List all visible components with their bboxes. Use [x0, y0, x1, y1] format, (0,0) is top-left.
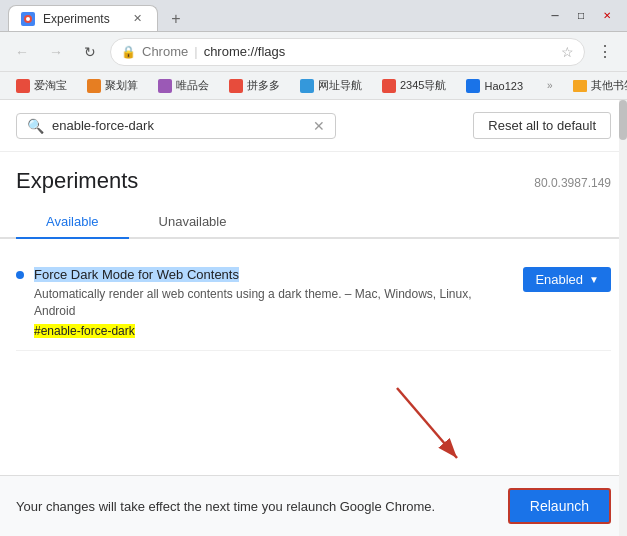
svg-point-1 — [26, 17, 30, 21]
window-controls: ─ □ ✕ — [543, 6, 619, 26]
red-arrow-indicator — [367, 368, 487, 488]
flag-control: Enabled ▼ — [523, 267, 611, 292]
search-bar[interactable]: 🔍 enable-force-dark ✕ — [16, 113, 336, 139]
bookmark-icon-hao123 — [466, 79, 480, 93]
bookmark-other[interactable]: 其他书签 — [565, 76, 627, 95]
toolbar-actions: ⋮ — [591, 38, 619, 66]
svg-line-3 — [397, 388, 457, 458]
search-bar-row: 🔍 enable-force-dark ✕ Reset all to defau… — [0, 100, 627, 152]
tabs-area: Available Unavailable — [0, 206, 627, 239]
flag-status-arrow: ▼ — [589, 274, 599, 285]
experiments-header: Experiments 80.0.3987.149 — [0, 152, 627, 194]
relaunch-bar: Your changes will take effect the next t… — [0, 475, 627, 536]
bookmark-label-aitaobao: 爱淘宝 — [34, 78, 67, 93]
search-icon: 🔍 — [27, 118, 44, 134]
tab-area: Experiments ✕ + — [8, 0, 190, 31]
address-bar[interactable]: 🔒 Chrome | chrome://flags ☆ — [110, 38, 585, 66]
minimize-button[interactable]: ─ — [543, 6, 567, 26]
flag-list: Force Dark Mode for Web Contents Automat… — [0, 239, 627, 367]
toolbar: ← → ↻ 🔒 Chrome | chrome://flags ☆ ⋮ — [0, 32, 627, 72]
tab-favicon — [21, 12, 35, 26]
bookmark-icon-navsite — [300, 79, 314, 93]
bookmark-label-pinduoduo: 拼多多 — [247, 78, 280, 93]
bookmark-navsite[interactable]: 网址导航 — [292, 76, 370, 95]
bookmark-aitaobao[interactable]: 爱淘宝 — [8, 76, 75, 95]
title-bar: Experiments ✕ + ─ □ ✕ — [0, 0, 627, 32]
bookmark-icon-2345 — [382, 79, 396, 93]
bookmark-icon-aitaobao — [16, 79, 30, 93]
bookmark-label-hao123: Hao123 — [484, 80, 523, 92]
scrollbar[interactable] — [619, 100, 627, 536]
address-site: Chrome — [142, 44, 188, 59]
forward-button[interactable]: → — [42, 38, 70, 66]
bookmark-hao123[interactable]: Hao123 — [458, 77, 531, 95]
address-separator: | — [194, 44, 197, 59]
bookmark-more-arrows: » — [547, 80, 553, 91]
flag-status-label: Enabled — [535, 272, 583, 287]
flag-name[interactable]: Force Dark Mode for Web Contents — [34, 267, 239, 282]
reset-all-button[interactable]: Reset all to default — [473, 112, 611, 139]
active-tab[interactable]: Experiments ✕ — [8, 5, 158, 31]
flag-item-force-dark: Force Dark Mode for Web Contents Automat… — [16, 255, 611, 351]
back-button[interactable]: ← — [8, 38, 36, 66]
bookmark-icon-pinduoduo — [229, 79, 243, 93]
flag-bullet — [16, 271, 24, 279]
bookmark-icon-vipshop — [158, 79, 172, 93]
version-text: 80.0.3987.149 — [534, 176, 611, 190]
tab-available[interactable]: Available — [16, 206, 129, 239]
maximize-button[interactable]: □ — [569, 6, 593, 26]
bookmark-pinduoduo[interactable]: 拼多多 — [221, 76, 288, 95]
scrollbar-thumb[interactable] — [619, 100, 627, 140]
relaunch-message: Your changes will take effect the next t… — [16, 499, 435, 514]
bookmark-vipshop[interactable]: 唯品会 — [150, 76, 217, 95]
bookmark-icon-juhuasuan — [87, 79, 101, 93]
bookmark-2345[interactable]: 2345导航 — [374, 76, 454, 95]
close-window-button[interactable]: ✕ — [595, 6, 619, 26]
flag-description: Automatically render all web contents us… — [34, 286, 507, 320]
page-title: Experiments — [16, 168, 138, 194]
bookmark-juhuasuan[interactable]: 聚划算 — [79, 76, 146, 95]
tab-unavailable[interactable]: Unavailable — [129, 206, 257, 239]
bookmark-label-navsite: 网址导航 — [318, 78, 362, 93]
lock-icon: 🔒 — [121, 45, 136, 59]
main-content: 🔍 enable-force-dark ✕ Reset all to defau… — [0, 100, 627, 536]
relaunch-button[interactable]: Relaunch — [508, 488, 611, 524]
tab-title: Experiments — [43, 12, 110, 26]
new-tab-button[interactable]: + — [162, 7, 190, 31]
reload-button[interactable]: ↻ — [76, 38, 104, 66]
star-icon[interactable]: ☆ — [561, 44, 574, 60]
bookmark-label-juhuasuan: 聚划算 — [105, 78, 138, 93]
search-input[interactable]: enable-force-dark — [52, 118, 305, 133]
bookmark-label-2345: 2345导航 — [400, 78, 446, 93]
flag-tag[interactable]: #enable-force-dark — [34, 324, 135, 338]
bookmark-label-other: 其他书签 — [591, 78, 627, 93]
more-button[interactable]: ⋮ — [591, 38, 619, 66]
bookmarks-bar: 爱淘宝 聚划算 唯品会 拼多多 网址导航 2345导航 Hao123 » 其他书… — [0, 72, 627, 100]
bookmark-folder-icon — [573, 80, 587, 92]
search-clear-icon[interactable]: ✕ — [313, 118, 325, 134]
tab-close-btn[interactable]: ✕ — [129, 11, 145, 27]
bookmark-label-vipshop: 唯品会 — [176, 78, 209, 93]
flag-info: Force Dark Mode for Web Contents Automat… — [34, 267, 507, 338]
flag-status-select[interactable]: Enabled ▼ — [523, 267, 611, 292]
bookmark-more[interactable]: » — [539, 78, 561, 93]
address-url: chrome://flags — [204, 44, 286, 59]
